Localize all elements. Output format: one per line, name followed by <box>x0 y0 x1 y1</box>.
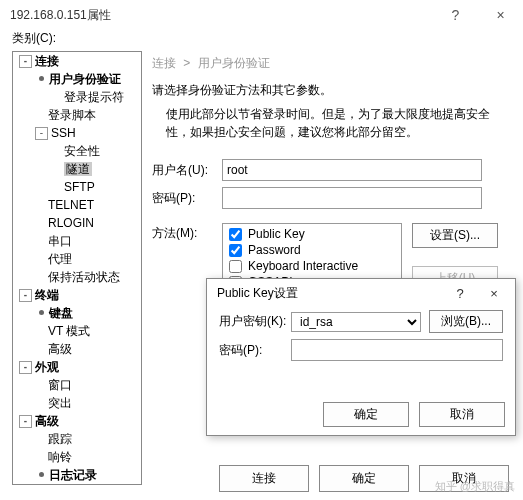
publickey-dialog: Public Key设置 ? × 用户密钥(K): id_rsa 浏览(B)..… <box>206 278 516 436</box>
tree-trace[interactable]: 跟踪 <box>13 430 141 448</box>
setup-button[interactable]: 设置(S)... <box>412 223 498 248</box>
titlebar: 192.168.0.151属性 ? × <box>0 0 523 30</box>
description-1: 请选择身份验证方法和其它参数。 <box>152 82 509 99</box>
expand-icon[interactable]: - <box>19 289 32 302</box>
expand-icon[interactable]: - <box>19 415 32 428</box>
tree-user-auth[interactable]: 用户身份验证 <box>13 70 141 88</box>
dialog-ok-button[interactable]: 确定 <box>323 402 409 427</box>
password-label: 密码(P): <box>152 190 222 207</box>
tree-keyboard[interactable]: 键盘 <box>13 304 141 322</box>
userkey-select[interactable]: id_rsa <box>291 312 421 332</box>
method-item[interactable]: Public Key <box>223 226 401 242</box>
dialog-cancel-button[interactable]: 取消 <box>419 402 505 427</box>
password-input[interactable] <box>222 187 482 209</box>
method-checkbox[interactable] <box>229 228 242 241</box>
method-label: Public Key <box>248 227 305 241</box>
tree-ssh[interactable]: -SSH <box>13 124 141 142</box>
dialog-password-label: 密码(P): <box>219 342 291 359</box>
tree-proxy[interactable]: 代理 <box>13 250 141 268</box>
category-label: 类别(C): <box>0 30 523 51</box>
userkey-label: 用户密钥(K): <box>219 313 291 330</box>
expand-icon[interactable]: - <box>19 361 32 374</box>
tree-sftp[interactable]: SFTP <box>13 178 141 196</box>
breadcrumb: 连接 > 用户身份验证 <box>152 55 509 72</box>
expand-icon[interactable]: - <box>19 55 32 68</box>
watermark: 知乎 @求职得真 <box>435 479 515 494</box>
tree-tunnel[interactable]: 隧道 <box>13 160 141 178</box>
connect-button[interactable]: 连接 <box>219 465 309 492</box>
tree-advanced2[interactable]: -高级 <box>13 412 141 430</box>
username-label: 用户名(U): <box>152 162 222 179</box>
expand-icon[interactable]: - <box>35 127 48 140</box>
close-icon[interactable]: × <box>478 0 523 30</box>
dialog-password-input[interactable] <box>291 339 503 361</box>
description-2: 使用此部分以节省登录时间。但是，为了最大限度地提高安全性，如果担心安全问题，建议… <box>152 105 509 141</box>
tree-bell[interactable]: 响铃 <box>13 448 141 466</box>
tree-keepalive[interactable]: 保持活动状态 <box>13 268 141 286</box>
tree-terminal[interactable]: -终端 <box>13 286 141 304</box>
method-checkbox[interactable] <box>229 244 242 257</box>
tree-advanced[interactable]: 高级 <box>13 340 141 358</box>
method-label: Keyboard Interactive <box>248 259 358 273</box>
username-input[interactable] <box>222 159 482 181</box>
help-icon[interactable]: ? <box>433 0 478 30</box>
tree-login-prompt[interactable]: 登录提示符 <box>13 88 141 106</box>
method-item[interactable]: Keyboard Interactive <box>223 258 401 274</box>
method-label: Password <box>248 243 301 257</box>
tree-vtmode[interactable]: VT 模式 <box>13 322 141 340</box>
tree-appearance[interactable]: -外观 <box>13 358 141 376</box>
properties-window: 192.168.0.151属性 ? × 类别(C): -连接用户身份验证登录提示… <box>0 0 523 500</box>
dialog-title: Public Key设置 <box>217 285 298 302</box>
browse-button[interactable]: 浏览(B)... <box>429 310 503 333</box>
tree-log[interactable]: 日志记录 <box>13 466 141 484</box>
tree-serial[interactable]: 串口 <box>13 232 141 250</box>
method-label: 方法(M): <box>152 223 222 242</box>
method-item[interactable]: Password <box>223 242 401 258</box>
method-checkbox[interactable] <box>229 260 242 273</box>
dialog-titlebar: Public Key设置 ? × <box>207 279 515 307</box>
dialog-close-icon[interactable]: × <box>477 281 511 305</box>
tree-login-script[interactable]: 登录脚本 <box>13 106 141 124</box>
tree-security[interactable]: 安全性 <box>13 142 141 160</box>
tree-highlight[interactable]: 突出 <box>13 394 141 412</box>
tree-telnet[interactable]: TELNET <box>13 196 141 214</box>
ok-button[interactable]: 确定 <box>319 465 409 492</box>
tree-rlogin[interactable]: RLOGIN <box>13 214 141 232</box>
tree-filetransfer[interactable]: -文件传输 <box>13 484 141 485</box>
tree-connection[interactable]: -连接 <box>13 52 141 70</box>
dialog-help-icon[interactable]: ? <box>443 281 477 305</box>
tree-window[interactable]: 窗口 <box>13 376 141 394</box>
category-tree[interactable]: -连接用户身份验证登录提示符登录脚本-SSH安全性隧道SFTPTELNETRLO… <box>12 51 142 485</box>
window-title: 192.168.0.151属性 <box>10 7 111 24</box>
